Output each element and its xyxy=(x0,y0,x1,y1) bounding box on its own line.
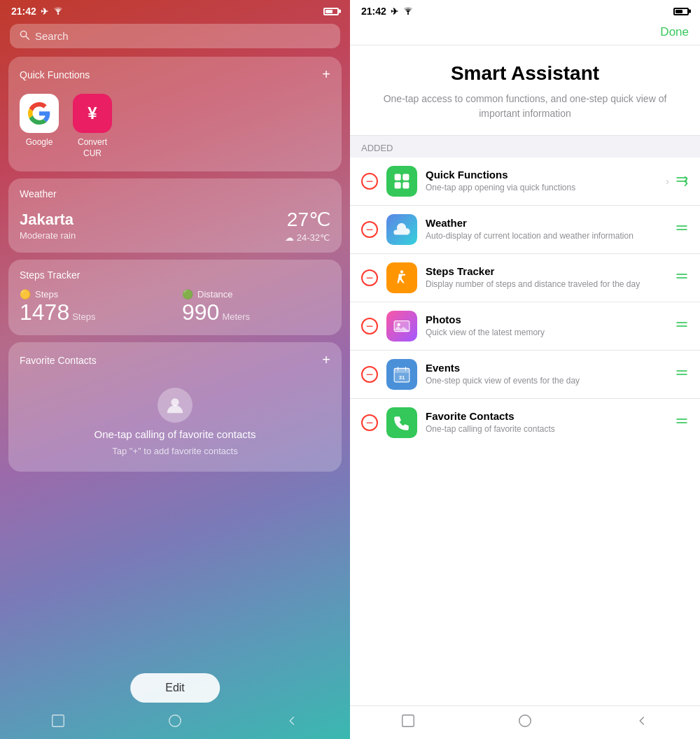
remove-favorite-contacts-button[interactable]: − xyxy=(361,414,378,431)
steps-tracker-item-icon xyxy=(386,262,417,293)
favorite-contacts-item-title: Favorite Contacts xyxy=(426,410,666,422)
right-status-right xyxy=(673,8,689,15)
photos-item-right xyxy=(675,319,689,333)
steps-icon: 🟡 xyxy=(20,289,31,300)
right-nav-circle[interactable] xyxy=(517,713,533,732)
edit-button[interactable]: Edit xyxy=(130,673,220,703)
favorite-contacts-item-content: Favorite Contacts One-tap calling of fav… xyxy=(426,410,666,435)
weather-range: ☁ 24-32℃ xyxy=(285,232,330,243)
favorite-contacts-header: Favorite Contacts + xyxy=(20,352,330,368)
contacts-sub-text: Tap "+" to add favorite contacts xyxy=(112,446,237,456)
search-bar[interactable]: Search xyxy=(10,24,340,48)
steps-tracker-item-desc: Display number of steps and distance tra… xyxy=(426,279,666,290)
svg-point-5 xyxy=(169,715,181,726)
smart-assistant-title: Smart Assistant xyxy=(364,62,686,85)
svg-point-31 xyxy=(519,715,531,727)
photos-item-content: Photos Quick view of the latest memory xyxy=(426,314,666,339)
remove-quick-functions-button[interactable]: − xyxy=(361,173,378,190)
favorite-contacts-card: Favorite Contacts + One-tap calling of f… xyxy=(8,342,342,472)
svg-rect-10 xyxy=(402,182,409,188)
weather-right: 27℃ ☁ 24-32℃ xyxy=(285,208,330,243)
svg-line-2 xyxy=(26,36,29,39)
items-list: − Quick Functions One-tap app opening vi… xyxy=(350,157,700,705)
weather-card: Weather Jakarta Moderate rain 27℃ ☁ 24-3… xyxy=(8,178,342,253)
quick-functions-item-title: Quick Functions xyxy=(426,169,657,181)
steps-tracker-item-right xyxy=(675,271,689,285)
svg-rect-30 xyxy=(402,715,414,727)
steps-col: 🟡 Steps 1478 Steps xyxy=(20,289,168,325)
right-nav-square[interactable] xyxy=(400,713,416,732)
events-item-content: Events One-step quick view of events for… xyxy=(426,362,666,387)
favorite-contacts-item-desc: One-tap calling of favorite contacts xyxy=(426,423,666,435)
done-button[interactable]: Done xyxy=(660,25,689,39)
contacts-main-text: One-tap calling of favorite contacts xyxy=(94,428,256,440)
left-airplane-icon: ✈ xyxy=(41,6,48,17)
steps-tracker-item-title: Steps Tracker xyxy=(426,265,666,277)
convert-cur-icon: ¥ xyxy=(73,94,112,133)
distance-icon: 🟢 xyxy=(182,289,193,300)
search-placeholder: Search xyxy=(35,30,69,42)
weather-city: Jakarta xyxy=(20,211,76,229)
left-nav-circle[interactable] xyxy=(167,713,183,732)
weather-header: Weather xyxy=(20,188,330,199)
weather-temp: 27℃ xyxy=(285,208,330,231)
weather-item-title: Weather xyxy=(426,217,666,229)
remove-steps-tracker-button[interactable]: − xyxy=(361,269,378,286)
quick-functions-chevron-icon[interactable]: › xyxy=(666,176,669,187)
favorite-contacts-add-icon[interactable]: + xyxy=(322,352,330,368)
list-item-photos: − Photos Quick view of the latest memory xyxy=(350,302,700,351)
right-header: Done xyxy=(350,20,700,45)
app-convert-label: ConvertCUR xyxy=(78,137,107,159)
svg-point-0 xyxy=(57,13,59,15)
weather-desc: Moderate rain xyxy=(20,230,76,241)
steps-label-row: 🟡 Steps xyxy=(20,289,168,300)
app-google[interactable]: Google xyxy=(20,94,59,159)
steps-label: Steps xyxy=(35,289,58,300)
svg-rect-22 xyxy=(394,368,410,373)
quick-functions-reorder-icon[interactable] xyxy=(675,174,689,188)
photos-reorder-icon[interactable] xyxy=(675,319,689,333)
quick-functions-card: Quick Functions + Google ¥ ConvertCUR xyxy=(8,57,342,171)
steps-value-row: 1478 Steps xyxy=(20,300,168,325)
events-item-icon: 31 xyxy=(386,359,417,390)
quick-functions-title: Quick Functions xyxy=(20,69,90,80)
events-reorder-icon[interactable] xyxy=(675,367,689,381)
quick-functions-add-icon[interactable]: + xyxy=(322,66,330,83)
left-nav-square[interactable] xyxy=(50,713,66,732)
remove-photos-button[interactable]: − xyxy=(361,318,378,335)
svg-point-3 xyxy=(171,398,178,406)
right-panel: 21:42 ✈ Done Smart Assistant One-tap acc… xyxy=(350,0,700,739)
steps-body: 🟡 Steps 1478 Steps 🟢 Distance 990 xyxy=(20,289,330,325)
left-content: Quick Functions + Google ¥ ConvertCUR xyxy=(0,57,350,739)
remove-weather-button[interactable]: − xyxy=(361,221,378,238)
left-status-bar: 21:42 ✈ xyxy=(0,0,350,20)
list-item-favorite-contacts: − Favorite Contacts One-tap calling of f… xyxy=(350,399,700,446)
weather-reorder-icon[interactable] xyxy=(675,223,689,237)
steps-tracker-reorder-icon[interactable] xyxy=(675,271,689,285)
distance-col: 🟢 Distance 990 Meters xyxy=(182,289,330,325)
favorite-contacts-reorder-icon[interactable] xyxy=(675,416,689,430)
left-nav-back[interactable] xyxy=(284,713,300,732)
steps-tracker-card: Steps Tracker 🟡 Steps 1478 Steps 🟢 xyxy=(8,260,342,335)
left-status-right xyxy=(323,8,339,15)
photos-item-title: Photos xyxy=(426,314,666,325)
app-convert-cur[interactable]: ¥ ConvertCUR xyxy=(73,94,112,159)
svg-point-18 xyxy=(398,323,400,326)
list-item-events: − 31 Events One-step quick view of event… xyxy=(350,351,700,399)
favorite-contacts-item-icon xyxy=(386,407,417,438)
events-item-right xyxy=(675,367,689,381)
left-wifi-icon xyxy=(52,6,64,17)
distance-label-row: 🟢 Distance xyxy=(182,289,330,300)
distance-value-row: 990 Meters xyxy=(182,300,330,325)
google-icon xyxy=(20,94,59,133)
app-google-label: Google xyxy=(26,137,53,147)
svg-text:31: 31 xyxy=(399,374,405,381)
svg-point-6 xyxy=(407,13,409,15)
remove-events-button[interactable]: − xyxy=(361,366,378,383)
weather-item-content: Weather Auto-display of current location… xyxy=(426,217,666,242)
right-nav-back[interactable] xyxy=(634,713,650,732)
distance-value: 990 xyxy=(182,300,219,325)
weather-left: Jakarta Moderate rain xyxy=(20,211,76,241)
list-item-steps-tracker: − Steps Tracker Display number of steps … xyxy=(350,254,700,302)
left-time: 21:42 xyxy=(11,6,36,17)
